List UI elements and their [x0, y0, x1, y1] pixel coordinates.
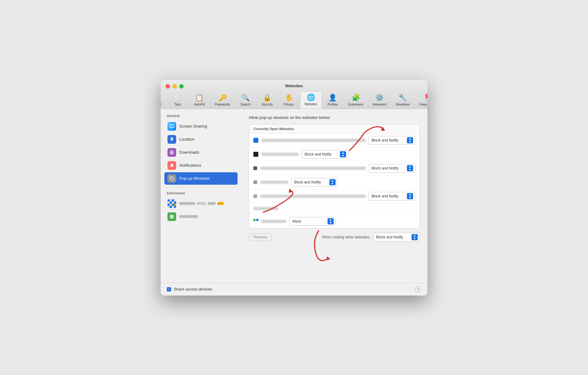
share-label: Share across devices	[174, 287, 212, 291]
svg-rect-13	[170, 204, 172, 206]
websites-icon: 🌐	[307, 93, 315, 102]
toolbar-item-search[interactable]: 🔍 Search	[235, 92, 256, 109]
popup-icon	[167, 174, 176, 183]
toolbar-label-general: General	[161, 103, 162, 106]
toolbar-item-general[interactable]: ⚙️ General	[161, 92, 167, 109]
dropdown-block-notify-3[interactable]: Block and Notify ▲▼	[369, 164, 415, 173]
table-row: Block and Notify ▲▼	[249, 189, 420, 203]
svg-rect-3	[171, 178, 174, 180]
ext-icon-2	[167, 212, 176, 221]
dropdown-value: Block and Notify	[376, 235, 403, 239]
dropdown-value: Allow	[292, 219, 301, 224]
svg-rect-6	[172, 199, 174, 201]
toolbar-item-developer[interactable]: 🔧 Developer	[391, 92, 415, 109]
toolbar-item-passwords[interactable]: 🔑 Passwords	[210, 92, 235, 109]
sidebar-label-location: Location	[179, 137, 194, 142]
svg-rect-12	[167, 204, 170, 206]
help-button[interactable]: ?	[415, 286, 421, 292]
sidebar-item-location[interactable]: Location	[164, 133, 238, 146]
close-button[interactable]	[166, 84, 170, 88]
dropdown-value: Block and Notify	[294, 180, 321, 184]
ext-label-1	[179, 202, 234, 205]
svg-rect-10	[172, 201, 174, 204]
sidebar: General Screen Sharing	[161, 109, 241, 283]
dropdown-allow-7[interactable]: Allow ▲▼	[289, 217, 336, 226]
sidebar-label-notifications: Notifications	[179, 163, 201, 168]
search-icon: 🔍	[241, 94, 250, 102]
toolbar-label-featureflags: Feature Flags	[419, 103, 427, 106]
dropdown-other-websites[interactable]: Block and Notify ▲▼	[373, 233, 420, 242]
svg-rect-19	[174, 206, 176, 208]
table-row: Block and Notify ▲▼	[249, 161, 420, 175]
notifications-icon	[167, 161, 176, 170]
toolbar-item-privacy[interactable]: ✋ Privacy	[278, 92, 300, 109]
site-url-blur	[261, 220, 286, 223]
table-row: Block and Notify ▲▼	[249, 175, 420, 189]
svg-rect-21	[170, 215, 174, 219]
dropdown-block-notify-1[interactable]: Block and Notify ▲▼	[369, 136, 415, 145]
site-favicon	[253, 166, 257, 170]
share-checkbox-row: ✓ Share across devices	[167, 287, 212, 291]
toolbar-item-tabs[interactable]: ⬜ Tabs	[167, 93, 189, 109]
dropdown-block-notify-4[interactable]: Block and Notify ▲▼	[291, 178, 338, 187]
toolbar-label-profiles: Profiles	[327, 103, 338, 106]
table-row: Allow ▲▼	[249, 215, 420, 228]
dropdown-block-notify-5[interactable]: Block and Notify ▲▼	[369, 192, 415, 201]
dropdown-value: Block and Notify	[372, 166, 399, 170]
svg-rect-17	[170, 206, 172, 208]
toolbar-item-featureflags[interactable]: 🚩 Feature Flags	[415, 92, 427, 109]
profiles-icon: 👤	[328, 94, 337, 102]
sidebar-label-popup-windows: Pop-up Windows	[179, 176, 210, 181]
sidebar-item-screen-sharing[interactable]: Screen Sharing	[164, 120, 238, 133]
sidebar-divider	[164, 187, 238, 188]
table-row: Block and Notify ▲▼	[249, 147, 420, 161]
dropdown-value: Block and Notify	[305, 152, 332, 156]
svg-rect-11	[174, 201, 176, 204]
toolbar-label-security: Security	[262, 103, 273, 106]
bottom-bar: Remove When visiting other websites: Blo…	[249, 233, 420, 242]
toolbar-item-profiles[interactable]: 👤 Profiles	[322, 92, 344, 109]
ext-label-2	[179, 215, 234, 218]
toolbar-item-extensions[interactable]: 🧩 Extensions	[344, 92, 368, 109]
site-favicon	[253, 219, 258, 224]
site-url-blur	[261, 153, 299, 156]
toolbar-item-websites[interactable]: 🌐 Websites	[300, 91, 322, 109]
toolbar-item-autofill[interactable]: 📋 AutoFill	[189, 92, 210, 109]
other-websites-label: When visiting other websites:	[322, 235, 370, 239]
table-row	[249, 203, 420, 215]
traffic-lights	[166, 84, 184, 88]
sidebar-ext-item-2[interactable]	[164, 210, 238, 223]
dropdown-block-notify-2[interactable]: Block and Notify ▲▼	[302, 150, 348, 159]
site-url-blur	[260, 195, 366, 198]
toolbar-label-websites: Websites	[305, 102, 317, 106]
table-row: Block and Notify ▲▼	[249, 133, 420, 147]
sidebar-general-section: General	[164, 113, 238, 119]
tabs-icon: ⬜	[174, 95, 181, 102]
toolbar-label-passwords: Passwords	[215, 103, 230, 106]
toolbar-item-advanced[interactable]: ⚙️ Advanced	[368, 92, 391, 109]
sidebar-item-downloads[interactable]: Downloads	[164, 146, 238, 159]
passwords-icon: 🔑	[218, 94, 227, 102]
dropdown-arrow-icon: ▲▼	[407, 137, 413, 143]
remove-button[interactable]: Remove	[249, 233, 272, 241]
minimize-button[interactable]	[172, 84, 177, 88]
share-checkbox[interactable]: ✓	[167, 287, 171, 291]
extensions-icon: 🧩	[352, 94, 360, 102]
sidebar-label-screen-sharing: Screen Sharing	[179, 124, 207, 129]
svg-rect-8	[167, 201, 170, 204]
toolbar-label-privacy: Privacy	[284, 103, 294, 106]
other-websites-row: When visiting other websites: Block and …	[322, 233, 420, 242]
sidebar-extensions-section: Extensions	[164, 190, 238, 196]
screen-sharing-icon	[167, 122, 176, 131]
toolbar-item-security[interactable]: 🔒 Security	[256, 92, 278, 109]
dropdown-arrow-icon: ▲▼	[329, 179, 336, 185]
dropdown-arrow-icon: ▲▼	[412, 234, 418, 240]
ext-icon-1	[167, 199, 176, 208]
sidebar-item-notifications[interactable]: Notifications	[164, 159, 238, 172]
autofill-icon: 📋	[195, 94, 203, 102]
sidebar-ext-item-1[interactable]	[164, 197, 238, 210]
sidebar-item-popup-windows[interactable]: Pop-up Windows	[164, 172, 238, 185]
maximize-button[interactable]	[179, 84, 184, 88]
footer: ✓ Share across devices ?	[161, 283, 427, 296]
site-url-blur	[261, 139, 366, 142]
